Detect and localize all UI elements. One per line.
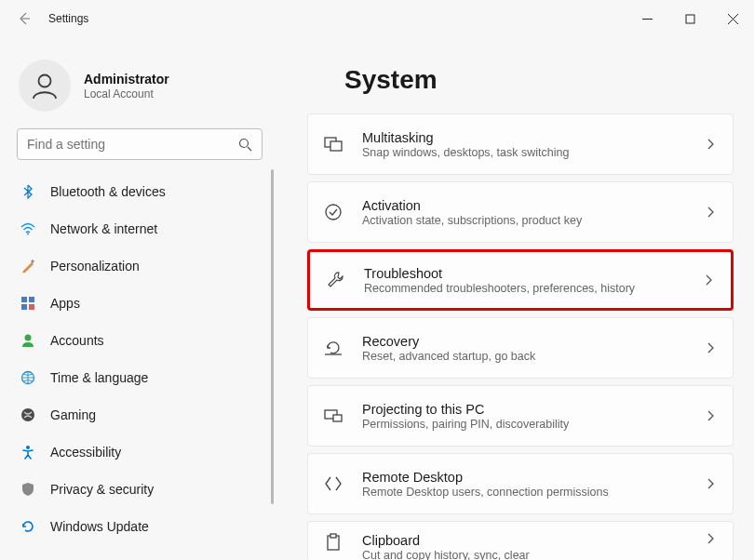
sidebar-item-apps[interactable]: Apps [0,285,279,322]
window-controls [626,4,754,33]
card-sub: Cut and copy history, sync, clear [362,549,705,560]
accessibility-icon [19,445,37,460]
card-title: Clipboard [362,533,705,548]
svg-point-2 [240,139,249,147]
minimize-button[interactable] [626,4,668,33]
card-sub: Permissions, pairing PIN, discoverabilit… [362,418,705,431]
card-sub: Recommended troubleshooters, preferences… [364,282,703,295]
sidebar: Administrator Local Account Bluetooth & … [0,37,279,560]
close-icon [728,14,738,24]
checkmark-circle-icon [321,203,345,221]
sidebar-item-personalization[interactable]: Personalization [0,247,279,285]
card-sub: Remote Desktop users, connection permiss… [362,486,705,499]
nav-label: Privacy & security [50,482,270,497]
page-title: System [344,65,734,95]
card-remote-desktop[interactable]: Remote Desktop Remote Desktop users, con… [307,453,734,514]
svg-rect-0 [686,15,694,23]
svg-rect-7 [29,304,34,310]
nav-label: Apps [50,296,270,311]
card-recovery[interactable]: Recovery Reset, advanced startup, go bac… [307,317,734,379]
settings-cards: Multitasking Snap windows, desktops, tas… [307,113,734,560]
card-title: Recovery [362,334,705,349]
nav-list: Bluetooth & devices Network & internet P… [0,169,279,560]
sidebar-item-privacy[interactable]: Privacy & security [0,471,279,508]
clipboard-icon [321,533,345,552]
nav-label: Windows Update [50,519,270,534]
user-icon [29,70,61,101]
projecting-icon [321,407,345,425]
card-title: Troubleshoot [364,266,703,281]
card-projecting[interactable]: Projecting to this PC Permissions, pairi… [307,385,734,447]
recovery-icon [321,339,345,357]
chevron-right-icon [705,139,716,150]
chevron-right-icon [703,274,714,286]
chevron-right-icon [705,478,716,489]
card-title: Projecting to this PC [362,402,705,417]
close-button[interactable] [711,4,754,33]
multitasking-icon [321,135,345,153]
back-button[interactable] [7,2,41,35]
remote-desktop-icon [321,474,345,493]
svg-rect-6 [21,304,27,310]
sidebar-item-update[interactable]: Windows Update [0,508,279,545]
sidebar-item-accounts[interactable]: Accounts [0,322,279,359]
card-sub: Reset, advanced startup, go back [362,350,705,363]
xbox-icon [19,407,37,422]
sidebar-item-network[interactable]: Network & internet [0,210,279,247]
bluetooth-icon [19,184,37,199]
shield-icon [19,482,37,497]
search-input[interactable] [17,128,263,160]
main-pane: System Multitasking Snap windows, deskto… [279,37,754,560]
card-title: Remote Desktop [362,470,705,485]
arrow-left-icon [17,11,32,26]
svg-rect-16 [333,415,342,421]
svg-rect-5 [29,297,34,302]
maximize-icon [685,14,695,24]
nav-label: Gaming [50,407,270,422]
person-icon [19,333,37,348]
sidebar-item-accessibility[interactable]: Accessibility [0,433,279,471]
window-title: Settings [48,12,88,25]
paintbrush-icon [19,259,37,273]
chevron-right-icon [705,533,716,544]
chevron-right-icon [705,342,716,353]
chevron-right-icon [705,410,716,421]
maximize-button[interactable] [668,4,711,33]
sidebar-item-bluetooth[interactable]: Bluetooth & devices [0,173,279,210]
svg-rect-18 [330,534,336,538]
wifi-icon [19,221,37,236]
nav-label: Personalization [50,259,270,273]
profile-name: Administrator [84,72,169,87]
minimize-icon [642,14,653,24]
nav-label: Time & language [50,370,270,385]
card-multitasking[interactable]: Multitasking Snap windows, desktops, tas… [307,113,734,175]
svg-point-1 [39,75,51,87]
apps-icon [19,296,37,311]
nav-label: Accounts [50,333,270,348]
card-clipboard[interactable]: Clipboard Cut and copy history, sync, cl… [307,521,734,560]
svg-point-8 [25,335,32,341]
svg-rect-4 [21,297,27,302]
profile-sub: Local Account [84,87,169,100]
card-title: Multitasking [362,130,705,145]
card-activation[interactable]: Activation Activation state, subscriptio… [307,181,734,243]
wrench-icon [323,271,347,289]
svg-point-3 [27,233,29,235]
svg-point-11 [26,446,30,449]
avatar [19,60,71,112]
nav-label: Accessibility [50,445,270,460]
nav-label: Network & internet [50,221,270,236]
globe-clock-icon [19,370,37,385]
update-icon [19,519,37,534]
search-field[interactable] [27,137,238,152]
sidebar-item-gaming[interactable]: Gaming [0,396,279,433]
chevron-right-icon [705,207,716,218]
sidebar-item-time[interactable]: Time & language [0,359,279,396]
svg-point-14 [326,205,341,220]
search-icon [238,138,252,152]
card-title: Activation [362,198,705,213]
card-troubleshoot[interactable]: Troubleshoot Recommended troubleshooters… [307,249,734,311]
card-sub: Activation state, subscriptions, product… [362,214,705,227]
nav-label: Bluetooth & devices [50,184,270,199]
profile-block[interactable]: Administrator Local Account [0,47,279,128]
